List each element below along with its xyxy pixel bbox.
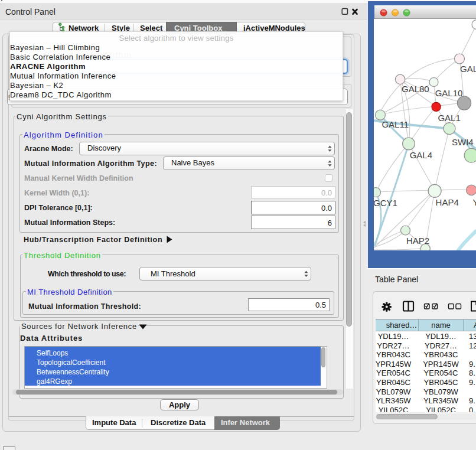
svg-text:GAL10: GAL10 <box>435 88 463 98</box>
svg-text:Y: Y <box>473 197 476 207</box>
svg-text:GAL11: GAL11 <box>382 119 409 129</box>
svg-text:HAP4: HAP4 <box>436 197 459 207</box>
svg-text:GAL4: GAL4 <box>410 150 432 160</box>
svg-text:GAL2: GAL2 <box>460 64 476 74</box>
svg-text:GCY1: GCY1 <box>374 198 397 208</box>
svg-text:HAP2: HAP2 <box>406 236 429 246</box>
svg-text:GAL1: GAL1 <box>438 113 460 123</box>
svg-text:GAL80: GAL80 <box>402 84 429 94</box>
svg-text:SWI4: SWI4 <box>452 137 474 147</box>
